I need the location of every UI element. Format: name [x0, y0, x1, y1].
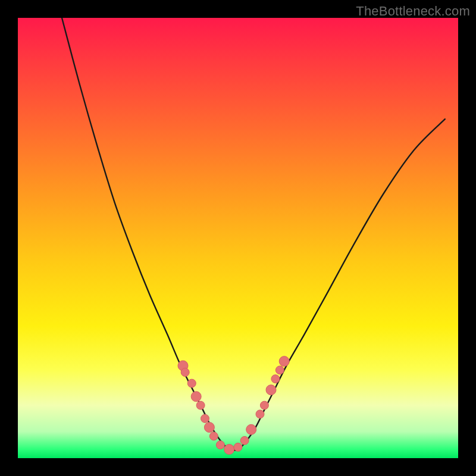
chart-frame: TheBottleneck.com [0, 0, 476, 476]
curve-marker [209, 432, 218, 440]
curve-marker [234, 443, 242, 452]
curve-marker [181, 368, 189, 377]
curve-marker [279, 356, 289, 367]
curve-marker [204, 422, 214, 433]
chart-svg [18, 18, 458, 458]
curve-marker [191, 392, 201, 402]
plot-area [18, 18, 458, 458]
curve-marker [266, 385, 276, 395]
curve-marker [201, 414, 209, 422]
curve-marker [240, 436, 249, 444]
curve-marker [271, 375, 280, 383]
bottleneck-curve [62, 18, 445, 450]
curve-marker [187, 379, 196, 387]
watermark-text: TheBottleneck.com [356, 4, 470, 19]
marker-group [178, 356, 289, 455]
curve-marker [256, 410, 264, 418]
curve-marker [260, 401, 268, 409]
curve-marker [216, 441, 224, 449]
curve-marker [196, 401, 205, 409]
curve-marker [275, 366, 284, 374]
curve-marker [224, 444, 234, 455]
curve-marker [246, 424, 256, 434]
